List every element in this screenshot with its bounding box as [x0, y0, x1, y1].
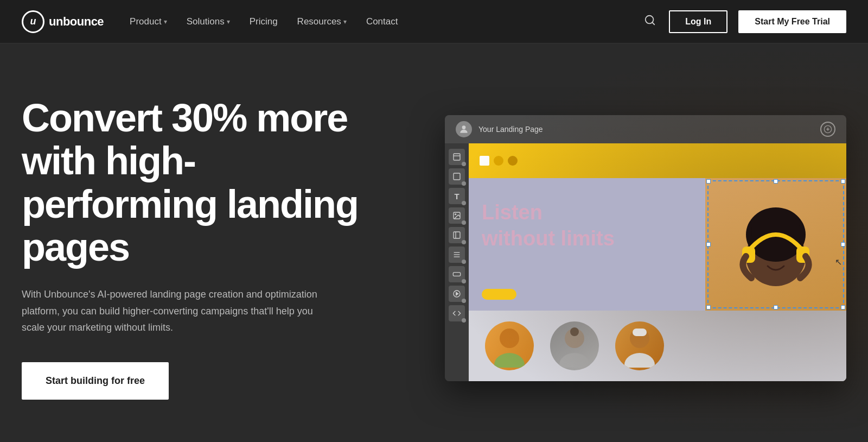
editor-page-name: Your Landing Page	[478, 125, 814, 134]
canvas-header-bar	[469, 143, 846, 178]
svg-point-25	[494, 353, 525, 368]
logo-icon: u	[22, 10, 44, 33]
svg-rect-4	[454, 154, 460, 160]
svg-point-27	[570, 327, 579, 336]
canvas-image-area: ↖	[705, 178, 846, 311]
person-circle-1	[485, 321, 534, 370]
hero-subtext: With Unbounce's AI-powered landing page …	[22, 286, 336, 336]
svg-point-2	[462, 125, 466, 129]
nav-actions: Log In Start My Free Trial	[642, 10, 846, 33]
person-illustration	[716, 186, 835, 311]
canvas-main-content: Listenwithout limits	[469, 178, 846, 311]
canvas-bottom-section	[469, 311, 846, 381]
chevron-down-icon: ▾	[227, 18, 230, 26]
hero-headline: Convert 30% more with high-performing la…	[22, 97, 380, 269]
editor-canvas: Listenwithout limits	[469, 143, 846, 381]
nav-links: Product ▾ Solutions ▾ Pricing Resources …	[130, 16, 642, 27]
header-circle-shape-2	[508, 156, 518, 166]
tool-section[interactable]	[449, 168, 465, 185]
nav-resources[interactable]: Resources ▾	[297, 16, 347, 27]
canvas-text-area: Listenwithout limits	[469, 178, 705, 311]
editor-sidebar: T	[445, 143, 469, 381]
svg-point-31	[624, 353, 655, 368]
person-circle-2	[550, 321, 599, 370]
hero-right: Your Landing Page	[412, 115, 846, 381]
editor-mockup: Your Landing Page	[445, 115, 846, 381]
svg-point-28	[559, 353, 590, 368]
tool-code[interactable]	[449, 305, 465, 321]
start-building-button[interactable]: Start building for free	[22, 362, 169, 400]
canvas-cursor: ↖	[835, 257, 842, 267]
canvas-headline: Listenwithout limits	[482, 194, 692, 251]
svg-rect-30	[633, 329, 647, 336]
svg-marker-16	[456, 292, 458, 295]
nav-contact[interactable]: Contact	[366, 16, 398, 27]
person-circle-3	[615, 321, 664, 370]
avatar	[456, 121, 472, 137]
tool-video[interactable]	[449, 227, 465, 243]
search-button[interactable]	[642, 12, 658, 31]
logo-text: unbounce	[49, 15, 104, 29]
svg-rect-14	[453, 273, 460, 276]
search-icon	[644, 14, 656, 26]
svg-line-1	[653, 22, 655, 24]
nav-solutions[interactable]: Solutions ▾	[187, 16, 230, 27]
nav-product[interactable]: Product ▾	[130, 16, 167, 27]
login-button[interactable]: Log In	[669, 10, 727, 33]
editor-logo-icon	[820, 122, 835, 137]
tool-button[interactable]	[449, 266, 465, 282]
tool-form[interactable]	[449, 247, 465, 263]
tool-layout[interactable]	[449, 149, 465, 165]
svg-rect-9	[454, 232, 460, 238]
header-shapes	[480, 156, 518, 166]
header-square-shape	[480, 156, 489, 166]
editor-body: T	[445, 143, 846, 381]
logo[interactable]: u unbounce	[22, 10, 104, 33]
editor-topbar: Your Landing Page	[445, 115, 846, 143]
chevron-down-icon: ▾	[164, 18, 167, 26]
canvas-cta-button[interactable]	[482, 289, 516, 300]
navbar: u unbounce Product ▾ Solutions ▾ Pricing…	[0, 0, 868, 43]
trial-button[interactable]: Start My Free Trial	[738, 10, 846, 33]
hero-left: Convert 30% more with high-performing la…	[22, 97, 380, 400]
svg-point-8	[455, 214, 456, 215]
hero-section: Convert 30% more with high-performing la…	[0, 43, 868, 442]
svg-rect-6	[454, 173, 460, 180]
nav-pricing[interactable]: Pricing	[250, 16, 278, 27]
header-circle-shape-1	[494, 156, 503, 166]
svg-point-24	[500, 329, 519, 348]
tool-image[interactable]	[449, 207, 465, 224]
tool-play[interactable]	[449, 286, 465, 302]
tool-text[interactable]: T	[449, 188, 465, 204]
chevron-down-icon: ▾	[343, 18, 347, 26]
